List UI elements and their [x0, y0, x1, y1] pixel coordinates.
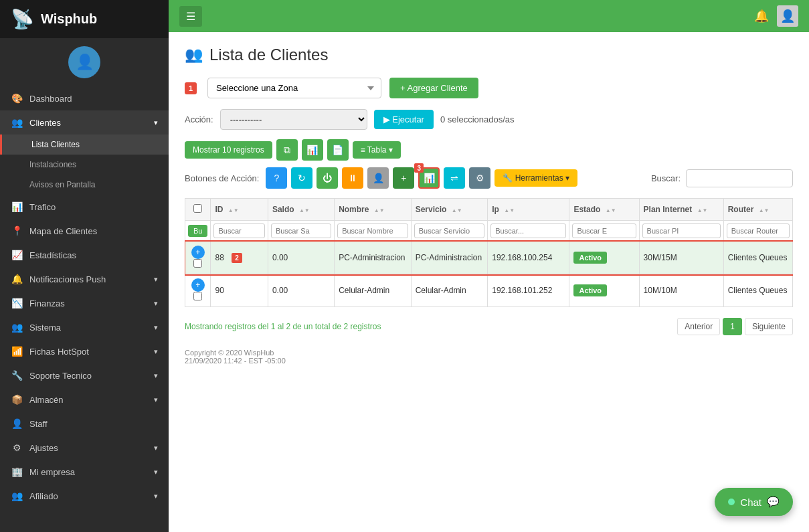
add-client-button[interactable]: + Agregar Cliente — [389, 78, 478, 98]
afiliado-icon: 👥 — [11, 491, 23, 501]
user-button[interactable]: 👤 — [367, 167, 389, 189]
search-plan-input[interactable] — [642, 224, 721, 238]
zone-row: 1 Seleccione una Zona + Agregar Cliente — [185, 78, 793, 98]
tools-button[interactable]: 🔧 Herramientas ▾ — [495, 169, 577, 187]
chevron-down-icon: ▾ — [154, 275, 158, 284]
search-nombre-input[interactable] — [337, 224, 408, 238]
search-nombre — [335, 221, 412, 242]
accion-row: Acción: ----------- ▶ Ejecutar 0 selecci… — [185, 109, 793, 130]
sort-icon[interactable]: ▲▼ — [759, 208, 770, 213]
clientes-icon: 👥 — [11, 117, 23, 128]
sidebar-item-dashboard[interactable]: 🎨 Dashboard — [0, 86, 169, 110]
sidebar-item-ajustes[interactable]: ⚙ Ajustes ▾ — [0, 436, 169, 460]
search-estado-input[interactable] — [572, 224, 636, 238]
bu-button[interactable]: Bu — [188, 225, 207, 237]
sidebar-item-mapa[interactable]: 📍 Mapa de Clientes — [0, 219, 169, 243]
sidebar-item-fichas[interactable]: 📶 Fichas HotSpot ▾ — [0, 339, 169, 363]
sort-icon[interactable]: ▲▼ — [452, 208, 462, 213]
search-saldo-input[interactable] — [271, 224, 331, 238]
tabla-button[interactable]: ≡ Tabla ▾ — [353, 141, 401, 159]
power-icon: ⏻ — [323, 173, 332, 183]
help-button[interactable]: ? — [266, 167, 287, 189]
sidebar-item-trafico[interactable]: 📊 Trafico — [0, 195, 169, 219]
sort-icon[interactable]: ▲▼ — [374, 208, 385, 213]
excel-icon: 📊 — [306, 145, 318, 155]
suspend-button[interactable]: ⏸ — [342, 167, 363, 189]
expand-row-button[interactable]: + — [191, 278, 205, 292]
col-plan: Plan Internet ▲▼ — [639, 199, 723, 221]
swap-button[interactable]: ⇌ — [444, 167, 465, 189]
search-id-input[interactable] — [213, 224, 264, 238]
sort-icon[interactable]: ▲▼ — [228, 208, 239, 213]
next-page-button[interactable]: Siguiente — [745, 318, 793, 335]
chart-button[interactable]: 📊 3 — [418, 167, 440, 189]
pdf-button[interactable]: 📄 — [327, 139, 349, 161]
sidebar-item-lista-clientes[interactable]: Lista Clientes — [0, 135, 169, 155]
sort-icon[interactable]: ▲▼ — [299, 208, 310, 213]
search-router-input[interactable] — [727, 224, 790, 238]
sidebar-item-clientes[interactable]: 👥 Clientes ▾ — [0, 110, 169, 135]
sidebar-item-notificaciones[interactable]: 🔔 Notificaciones Push ▾ — [0, 267, 169, 291]
sidebar-item-finanzas[interactable]: 📉 Finanzas ▾ — [0, 291, 169, 315]
prev-page-button[interactable]: Anterior — [677, 318, 720, 335]
settings-button[interactable]: ⚙ — [469, 167, 490, 189]
row-checkbox[interactable] — [193, 259, 202, 268]
annotation-badge-2: 2 — [232, 253, 242, 263]
col-check — [185, 199, 211, 221]
sort-icon[interactable]: ▲▼ — [697, 208, 708, 213]
pdf-icon: 📄 — [332, 145, 343, 155]
zone-select[interactable]: Seleccione una Zona — [207, 78, 381, 98]
chevron-down-icon: ▾ — [154, 299, 158, 308]
bell-icon[interactable]: 🔔 — [754, 9, 769, 23]
show-records-button[interactable]: Mostrar 10 registros — [185, 141, 272, 159]
empresa-icon: 🏢 — [11, 466, 23, 477]
search-ip-input[interactable] — [490, 224, 566, 238]
sidebar-item-instalaciones[interactable]: Instalaciones — [0, 155, 169, 175]
clients-table: ID ▲▼ Saldo ▲▼ Nombre ▲▼ Servicio — [185, 198, 793, 307]
sidebar-item-afiliado[interactable]: 👥 Afiliado ▾ — [0, 484, 169, 508]
help-icon: ? — [274, 173, 279, 183]
select-all-checkbox[interactable] — [193, 204, 202, 213]
user-avatar[interactable]: 👤 — [777, 5, 798, 27]
search-servicio-input[interactable] — [414, 224, 485, 238]
search-input[interactable] — [686, 169, 793, 187]
sort-icon[interactable]: ▲▼ — [504, 208, 515, 213]
col-saldo: Saldo ▲▼ — [268, 199, 334, 221]
table-row: + 88 2 0.00 PC-Administracion PC-Adminis… — [185, 242, 793, 274]
page-title: Lista de Clientes — [209, 46, 328, 64]
sidebar-item-soporte[interactable]: 🔧 Soporte Tecnico ▾ — [0, 363, 169, 387]
refresh-button[interactable]: ↻ — [291, 167, 312, 189]
chat-button[interactable]: Chat 💬 — [715, 488, 793, 516]
avatar[interactable]: 👤 — [68, 46, 100, 78]
accion-select[interactable]: ----------- — [220, 109, 367, 130]
sidebar-item-staff[interactable]: 👤 Staff — [0, 412, 169, 436]
sidebar-item-almacen[interactable]: 📦 Almacén ▾ — [0, 387, 169, 412]
sort-icon[interactable]: ▲▼ — [606, 208, 616, 213]
row-checkbox[interactable] — [193, 292, 202, 300]
refresh-icon: ↻ — [298, 173, 306, 183]
sidebar-item-avisos[interactable]: Avisos en Pantalla — [0, 175, 169, 195]
sidebar-item-label: Finanzas — [29, 298, 65, 308]
cell-id: 90 — [211, 274, 268, 307]
chat-icon: 💬 — [767, 496, 780, 508]
expand-row-button[interactable]: + — [191, 246, 205, 259]
sidebar-item-label: Soporte Tecnico — [29, 371, 92, 381]
search-id — [211, 221, 268, 242]
ejecutar-button[interactable]: ▶ Ejecutar — [374, 110, 434, 129]
add-button[interactable]: + — [393, 167, 414, 189]
sidebar-item-label: Clientes — [29, 118, 61, 128]
power-button[interactable]: ⏻ — [317, 167, 338, 189]
add-icon: + — [401, 173, 406, 183]
excel-button[interactable]: 📊 — [302, 139, 323, 161]
hamburger-button[interactable]: ☰ — [179, 6, 202, 27]
sidebar-item-empresa[interactable]: 🏢 Mi empresa ▾ — [0, 460, 169, 484]
cell-id: 88 2 — [211, 242, 268, 274]
sidebar-item-estadisticas[interactable]: 📈 Estadísticas — [0, 243, 169, 267]
cell-nombre: Celular-Admin — [335, 274, 412, 307]
cell-plan: 30M/15M — [639, 242, 723, 274]
sidebar-item-sistema[interactable]: 👥 Sistema ▾ — [0, 315, 169, 339]
copy-button[interactable]: ⧉ — [276, 139, 298, 161]
page-1-button[interactable]: 1 — [723, 318, 742, 335]
table-container: ID ▲▼ Saldo ▲▼ Nombre ▲▼ Servicio — [185, 198, 793, 307]
soporte-icon: 🔧 — [11, 370, 23, 381]
